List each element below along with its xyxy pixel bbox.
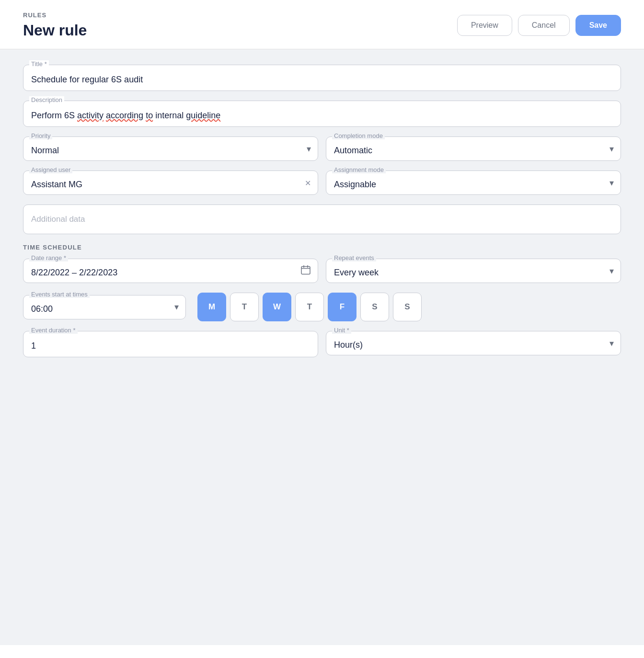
day-wednesday-button[interactable]: W bbox=[263, 293, 291, 321]
assignment-mode-select[interactable]: Assignment mode Assignable ▾ bbox=[326, 170, 621, 195]
day-saturday-button[interactable]: S bbox=[360, 293, 389, 321]
day-thursday-button[interactable]: T bbox=[295, 293, 324, 321]
date-range-label: Date range * bbox=[29, 254, 68, 261]
repeat-events-field-wrapper: Repeat events Every week ▾ bbox=[326, 259, 621, 283]
completion-mode-label: Completion mode bbox=[332, 132, 385, 139]
completion-mode-arrow-icon: ▾ bbox=[610, 144, 614, 154]
title-field-wrapper: Title * bbox=[23, 65, 621, 91]
priority-completion-row: Priority Normal ▾ Completion mode Automa… bbox=[23, 136, 621, 161]
duration-unit-row: Event duration * Unit * Hour(s) ▾ bbox=[23, 331, 621, 357]
day-tuesday-button[interactable]: T bbox=[230, 293, 259, 321]
unit-select[interactable]: Unit * Hour(s) ▾ bbox=[326, 331, 621, 355]
repeat-events-select[interactable]: Repeat events Every week ▾ bbox=[326, 259, 621, 283]
priority-value: Normal bbox=[31, 145, 59, 156]
svg-rect-0 bbox=[301, 266, 310, 274]
repeat-events-arrow-icon: ▾ bbox=[610, 266, 614, 276]
date-range-field[interactable]: Date range * 8/22/2022 – 2/22/2023 bbox=[23, 259, 318, 283]
event-duration-label: Event duration * bbox=[29, 327, 78, 334]
cancel-button[interactable]: Cancel bbox=[518, 15, 570, 36]
page-title: New rule bbox=[23, 22, 87, 39]
breadcrumb: RULES bbox=[23, 11, 87, 19]
unit-arrow-icon: ▾ bbox=[610, 338, 614, 349]
assignment-mode-label: Assignment mode bbox=[332, 166, 386, 173]
day-monday-button[interactable]: M bbox=[197, 293, 226, 321]
assignment-mode-value: Assignable bbox=[334, 179, 376, 190]
additional-data-field[interactable]: Additional data bbox=[23, 204, 621, 234]
description-field[interactable]: Description Perform 6S activity accordin… bbox=[23, 101, 621, 127]
page-header: RULES New rule Preview Cancel Save bbox=[0, 0, 644, 49]
events-start-field-wrapper: Events start at times 06:00 ▾ bbox=[23, 295, 186, 319]
assigned-user-field-wrapper: Assigned user Assistant MG ✕ bbox=[23, 170, 318, 195]
title-label: Title * bbox=[29, 60, 49, 68]
assigned-user-value: Assistant MG bbox=[31, 179, 82, 190]
events-start-value: 06:00 bbox=[31, 303, 53, 315]
priority-field-wrapper: Priority Normal ▾ bbox=[23, 136, 318, 161]
day-buttons-group: M T W T F S S bbox=[197, 293, 422, 321]
user-assignment-row: Assigned user Assistant MG ✕ Assignment … bbox=[23, 170, 621, 195]
date-repeat-row: Date range * 8/22/2022 – 2/22/2023 Repea… bbox=[23, 259, 621, 283]
completion-mode-value: Automatic bbox=[334, 145, 372, 156]
calendar-icon[interactable] bbox=[300, 264, 311, 277]
completion-mode-select[interactable]: Completion mode Automatic ▾ bbox=[326, 136, 621, 161]
preview-button[interactable]: Preview bbox=[457, 15, 512, 36]
event-duration-field[interactable]: Event duration * bbox=[23, 331, 318, 357]
event-duration-field-wrapper: Event duration * bbox=[23, 331, 318, 357]
save-button[interactable]: Save bbox=[575, 15, 621, 36]
events-start-arrow-icon: ▾ bbox=[174, 302, 179, 312]
repeat-events-label: Repeat events bbox=[332, 254, 376, 261]
unit-field-wrapper: Unit * Hour(s) ▾ bbox=[326, 331, 621, 357]
header-left: RULES New rule bbox=[23, 11, 87, 39]
unit-label: Unit * bbox=[332, 327, 351, 334]
header-actions: Preview Cancel Save bbox=[457, 15, 621, 36]
date-range-value: 8/22/2022 – 2/22/2023 bbox=[31, 267, 117, 278]
assigned-user-field[interactable]: Assigned user Assistant MG ✕ bbox=[23, 170, 318, 195]
events-start-row: Events start at times 06:00 ▾ M T W T F … bbox=[23, 293, 621, 321]
day-sunday-button[interactable]: S bbox=[393, 293, 422, 321]
completion-mode-field-wrapper: Completion mode Automatic ▾ bbox=[326, 136, 621, 161]
assigned-user-label: Assigned user bbox=[29, 166, 72, 173]
title-input[interactable] bbox=[31, 74, 613, 86]
time-schedule-section-title: TIME SCHEDULE bbox=[23, 244, 621, 251]
events-start-select[interactable]: Events start at times 06:00 ▾ bbox=[23, 295, 186, 319]
repeat-events-value: Every week bbox=[334, 267, 379, 278]
title-field[interactable]: Title * bbox=[23, 65, 621, 91]
description-value: Perform 6S activity according to interna… bbox=[31, 110, 613, 122]
assignment-mode-arrow-icon: ▾ bbox=[610, 178, 614, 188]
assignment-mode-field-wrapper: Assignment mode Assignable ▾ bbox=[326, 170, 621, 195]
event-duration-input[interactable] bbox=[31, 340, 310, 352]
form-content: Title * Description Perform 6S activity … bbox=[0, 49, 644, 645]
priority-arrow-icon: ▾ bbox=[307, 144, 311, 154]
additional-data-placeholder: Additional data bbox=[31, 215, 85, 224]
day-friday-button[interactable]: F bbox=[328, 293, 356, 321]
description-field-wrapper: Description Perform 6S activity accordin… bbox=[23, 101, 621, 127]
clear-user-icon[interactable]: ✕ bbox=[305, 178, 311, 187]
date-range-field-wrapper: Date range * 8/22/2022 – 2/22/2023 bbox=[23, 259, 318, 283]
priority-label: Priority bbox=[29, 132, 52, 139]
unit-value: Hour(s) bbox=[334, 339, 363, 351]
description-label: Description bbox=[29, 96, 64, 103]
events-start-label: Events start at times bbox=[29, 291, 90, 298]
priority-select[interactable]: Priority Normal ▾ bbox=[23, 136, 318, 161]
